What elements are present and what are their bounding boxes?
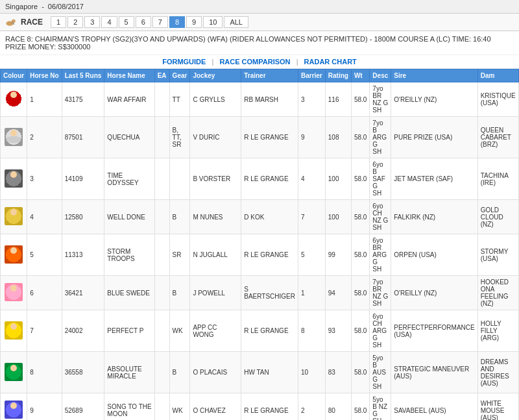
horse-name[interactable]: TIME ODYSSEY (104, 158, 154, 200)
rating: 94 (325, 276, 351, 310)
formguide-link[interactable]: FORMGUIDE (162, 58, 206, 66)
race-tab-4[interactable]: 4 (101, 16, 117, 28)
race-tab-3[interactable]: 3 (84, 16, 100, 28)
radar-chart-link[interactable]: RADAR CHART (304, 58, 357, 66)
horse-name[interactable]: SONG TO THE MOON (104, 393, 154, 421)
desc: 5yo B NZ G SH (370, 393, 391, 421)
jockey-silk-cell (1, 234, 27, 276)
barrier: 9 (298, 117, 325, 158)
race-tab-9[interactable]: 9 (186, 16, 202, 28)
table-row: 636421BLUE SWEDEBJ POWELLS BAERTSCHIGER1… (1, 276, 520, 310)
horse-name[interactable]: ABSOLUTE MIRACLE (104, 352, 154, 393)
svg-rect-37 (6, 410, 10, 414)
horse-name[interactable]: QUECHUA (104, 117, 154, 158)
horse-name[interactable]: WAR AFFAIR (104, 82, 154, 117)
race-nav-label: RACE (21, 18, 43, 27)
race-tab-10[interactable]: 10 (203, 16, 223, 28)
desc: 5yo B AUS G SH (370, 352, 391, 393)
dam: QUEEN CABARET (BRZ) (477, 117, 518, 158)
race-tab-all[interactable]: ALL (224, 16, 248, 28)
race-tab-2[interactable]: 2 (67, 16, 83, 28)
svg-rect-12 (9, 178, 18, 184)
desc: 7yo BR NZ G SH (370, 276, 391, 310)
col-header-barrier: Barrier (298, 69, 325, 82)
horse-no[interactable]: 5 (27, 234, 62, 276)
horse-no[interactable]: 7 (27, 310, 62, 352)
jockey-silk-cell (1, 352, 27, 393)
weight: 58.0 (351, 310, 369, 352)
dam: KRISTIQUE (USA) (477, 82, 518, 117)
trainer: HW TAN (241, 352, 298, 393)
ea (154, 200, 169, 234)
last-5-runs: 12580 (62, 200, 104, 234)
barrier: 5 (298, 234, 325, 276)
race-tab-6[interactable]: 6 (136, 16, 151, 28)
gear: B (169, 200, 190, 234)
barrier: 3 (298, 82, 325, 117)
desc: 6yo B SAF G SH (370, 158, 391, 200)
horse-name[interactable]: WELL DONE (104, 200, 154, 234)
svg-rect-13 (6, 179, 10, 183)
race-tab-7[interactable]: 7 (152, 16, 168, 28)
race-table: ColourHorse NoLast 5 RunsHorse NameEAGea… (0, 69, 519, 420)
horse-no[interactable]: 3 (27, 158, 62, 200)
horse-racing-icon (5, 18, 18, 27)
svg-rect-26 (17, 292, 21, 297)
sire: STRATEGIC MANEUVER (AUS) (391, 352, 477, 393)
last-5-runs: 36421 (62, 276, 104, 310)
weight: 58.0 (351, 352, 369, 393)
jockey-silk (5, 245, 23, 264)
trainer: R LE GRANGE (241, 310, 298, 352)
jockey: O CHAVEZ (190, 393, 241, 421)
table-row: 836558ABSOLUTE MIRACLEBO PLACAISHW TAN10… (1, 352, 520, 393)
dam: HOLLY FILLY (ARG) (477, 310, 518, 352)
horse-no[interactable]: 1 (27, 82, 62, 117)
horse-no[interactable]: 6 (27, 276, 62, 310)
table-body: 143175WAR AFFAIRTTC GRYLLSRB MARSH311658… (1, 82, 520, 421)
horse-no[interactable]: 9 (27, 393, 62, 421)
horse-no[interactable]: 8 (27, 352, 62, 393)
race-tab-1[interactable]: 1 (51, 16, 66, 28)
last-5-runs: 14109 (62, 158, 104, 200)
race-info: RACE 8: CHAIRMAN'S TROPHY (SG2)(3YO AND … (0, 31, 519, 55)
rating: 80 (325, 393, 351, 421)
gear: TT (169, 82, 190, 117)
jockey-silk-cell (1, 158, 27, 200)
race-tab-5[interactable]: 5 (119, 16, 134, 28)
sire: O'REILLY (NZ) (391, 276, 477, 310)
table-row: 952689SONG TO THE MOONWKO CHAVEZR LE GRA… (1, 393, 520, 421)
gear: WK (169, 393, 190, 421)
dam: DREAMS AND DESIRES (AUS) (477, 352, 518, 393)
barrier: 8 (298, 310, 325, 352)
svg-rect-17 (6, 216, 10, 221)
svg-point-31 (10, 365, 17, 371)
horse-name[interactable]: STORM TROOPS (104, 234, 154, 276)
jockey: B VORSTER (190, 158, 241, 200)
jockey: N JUGLALL (190, 234, 241, 276)
ea (154, 117, 169, 158)
rating: 100 (325, 200, 351, 234)
col-header-trainer: Trainer (241, 69, 298, 82)
col-header-colour: Colour (1, 69, 27, 82)
horse-no[interactable]: 2 (27, 117, 62, 158)
svg-rect-24 (9, 291, 18, 298)
race-comparison-link[interactable]: RACE COMPARISON (219, 58, 290, 66)
trainer: RB MARSH (241, 82, 298, 117)
rating: 93 (325, 310, 351, 352)
horse-no[interactable]: 4 (27, 200, 62, 234)
last-5-runs: 87501 (62, 117, 104, 158)
table-row: 511313STORM TROOPSSRN JUGLALLR LE GRANGE… (1, 234, 520, 276)
jockey: O PLACAIS (190, 352, 241, 393)
col-header-last-5-runs: Last 5 Runs (62, 69, 104, 82)
desc: 6yo CH NZ G SH (370, 200, 391, 234)
dam: WHITE MOUSE (AUS) (477, 393, 518, 421)
horse-name[interactable]: PERFECT P (104, 310, 154, 352)
svg-rect-36 (9, 409, 18, 415)
race-tab-8[interactable]: 8 (169, 16, 185, 28)
trainer: R LE GRANGE (241, 393, 298, 421)
dam: GOLD CLOUD (NZ) (477, 200, 518, 234)
horse-name[interactable]: BLUE SWEDE (104, 276, 154, 310)
sire: PERFECTPERFORMANCE (USA) (391, 310, 477, 352)
desc: 7yo B ARG G SH (370, 117, 391, 158)
col-header-dam: Dam (477, 69, 518, 82)
